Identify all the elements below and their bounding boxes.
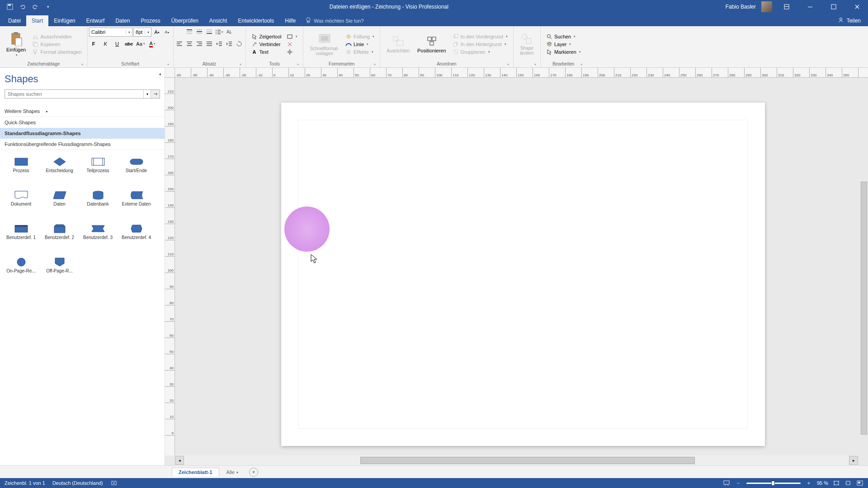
change-shape-button[interactable]: Shape ändern bbox=[517, 32, 537, 56]
zoom-slider[interactable] bbox=[746, 483, 801, 484]
tab-einfuegen[interactable]: Einfügen bbox=[48, 15, 80, 26]
tab-entwicklertools[interactable]: Entwicklertools bbox=[232, 15, 279, 26]
vscroll-thumb[interactable] bbox=[861, 182, 867, 435]
tell-me-box[interactable]: Was möchten Sie tun? bbox=[306, 17, 363, 26]
more-shapes-item[interactable]: Weitere Shapes▸ bbox=[0, 106, 165, 117]
shrink-font-icon[interactable]: A▾ bbox=[162, 28, 171, 37]
tab-hilfe[interactable]: Hilfe bbox=[279, 15, 301, 26]
quick-styles-button[interactable]: Schnellformat- vorlagen bbox=[307, 32, 341, 57]
shape-database[interactable]: Datenbank bbox=[79, 187, 117, 221]
canvas[interactable] bbox=[175, 78, 868, 455]
fit-page-icon[interactable] bbox=[833, 479, 840, 487]
font-color-button[interactable]: A▾ bbox=[148, 39, 157, 48]
position-button[interactable]: Positionieren bbox=[415, 34, 449, 54]
shape-decision[interactable]: Entscheidung bbox=[40, 154, 79, 187]
align-center-icon[interactable] bbox=[185, 39, 194, 48]
justify-icon[interactable] bbox=[205, 39, 214, 48]
zoom-slider-knob[interactable] bbox=[771, 481, 775, 486]
close-button[interactable] bbox=[848, 0, 866, 14]
group-button[interactable]: Gruppieren▾ bbox=[451, 48, 509, 56]
shape-subprocess[interactable]: Teilprozess bbox=[79, 154, 117, 187]
tab-ansicht[interactable]: Ansicht bbox=[204, 15, 232, 26]
shape-offpage-ref[interactable]: Off-Page-R... bbox=[40, 254, 79, 287]
strikethrough-button[interactable]: abc bbox=[124, 39, 133, 48]
cat-quick-shapes[interactable]: Quick-Shapes bbox=[0, 117, 165, 128]
page-tab-all[interactable]: Alle▴ bbox=[221, 468, 244, 476]
undo-icon[interactable] bbox=[18, 2, 27, 11]
align-bottom-icon[interactable] bbox=[205, 28, 214, 37]
effects-button[interactable]: Effekte▾ bbox=[344, 48, 376, 56]
tab-start[interactable]: Start bbox=[26, 15, 48, 26]
send-back-button[interactable]: In den Hintergrund▾ bbox=[451, 41, 509, 48]
indent-increase-icon[interactable] bbox=[225, 39, 234, 48]
user-avatar[interactable] bbox=[761, 1, 772, 12]
format-painter-button[interactable]: Format übertragen bbox=[30, 48, 83, 56]
shape-search-input[interactable] bbox=[5, 90, 143, 98]
hscroll-right-button[interactable]: ▸ bbox=[849, 456, 858, 465]
vertical-scrollbar[interactable] bbox=[861, 182, 867, 438]
tab-prozess[interactable]: Prozess bbox=[135, 15, 165, 26]
pointer-tool-button[interactable]: Zeigertool bbox=[250, 33, 283, 40]
connection-point-button[interactable] bbox=[285, 48, 299, 56]
horizontal-scrollbar[interactable]: ◂ ▸ bbox=[175, 455, 858, 465]
tab-entwurf[interactable]: Entwurf bbox=[81, 15, 110, 26]
search-go-icon[interactable] bbox=[151, 90, 160, 98]
share-button[interactable]: Teilen bbox=[847, 18, 861, 24]
fill-button[interactable]: Füllung▾ bbox=[344, 33, 376, 40]
tab-daten[interactable]: Daten bbox=[110, 15, 135, 26]
grow-font-icon[interactable]: A▴ bbox=[152, 28, 161, 37]
zoom-out-button[interactable]: − bbox=[735, 479, 742, 487]
shape-onpage-ref[interactable]: On-Page-Re... bbox=[2, 254, 40, 287]
font-family-combo[interactable]: ▾ bbox=[89, 28, 132, 37]
zoom-in-button[interactable]: + bbox=[805, 479, 812, 487]
maximize-button[interactable] bbox=[825, 0, 843, 14]
fit-width-icon[interactable] bbox=[844, 479, 852, 487]
bullets-icon[interactable]: ▾ bbox=[215, 28, 224, 37]
shape-process[interactable]: Prozess bbox=[2, 154, 40, 187]
shape-search[interactable]: ▾ bbox=[5, 89, 160, 99]
font-size-combo[interactable]: ▾ bbox=[133, 28, 151, 37]
shape-data[interactable]: Daten bbox=[40, 187, 79, 221]
shape-external-data[interactable]: Externe Daten bbox=[117, 187, 156, 221]
underline-button[interactable]: U bbox=[113, 39, 122, 48]
select-button[interactable]: Markieren▾ bbox=[544, 48, 583, 56]
case-button[interactable]: Aa▾ bbox=[136, 39, 145, 48]
align-button[interactable]: Ausrichten bbox=[384, 34, 413, 54]
bold-button[interactable]: F bbox=[89, 39, 98, 48]
drawing-page[interactable] bbox=[281, 103, 765, 446]
copy-button[interactable]: Kopieren bbox=[30, 41, 83, 48]
macro-record-icon[interactable] bbox=[110, 479, 118, 487]
ribbon-options-icon[interactable] bbox=[778, 0, 796, 14]
shape-start-end[interactable]: Start/Ende bbox=[117, 154, 156, 187]
cat-standard-flowchart[interactable]: Standardflussdiagramm-Shapes bbox=[0, 128, 165, 139]
search-filter-dropdown[interactable]: ▾ bbox=[143, 90, 151, 98]
bring-front-button[interactable]: In den Vordergrund▾ bbox=[451, 33, 509, 40]
pan-zoom-window-icon[interactable] bbox=[856, 479, 863, 487]
rotate-text-icon[interactable] bbox=[235, 39, 244, 48]
shape-custom3[interactable]: Benutzerdef. 3 bbox=[79, 221, 117, 254]
hscroll-thumb[interactable] bbox=[360, 457, 695, 464]
status-language[interactable]: Deutsch (Deutschland) bbox=[52, 480, 103, 486]
find-button[interactable]: Suchen▾ bbox=[544, 33, 583, 40]
ruler-horizontal[interactable]: -60-50-40-30-20-100102030405060708090100… bbox=[175, 68, 868, 78]
redo-icon[interactable] bbox=[31, 2, 40, 11]
sidebar-collapse-icon[interactable]: ◂ bbox=[159, 71, 165, 78]
cat-crossfunc-flowchart[interactable]: Funktionsübergreifende Flussdiagramm-Sha… bbox=[0, 139, 165, 150]
text-tool-button[interactable]: AText bbox=[250, 48, 283, 56]
presentation-mode-icon[interactable] bbox=[723, 479, 730, 487]
italic-button[interactable]: K bbox=[101, 39, 110, 48]
shape-custom2[interactable]: Benutzerdef. 2 bbox=[40, 221, 79, 254]
text-direction-icon[interactable]: A bbox=[225, 28, 234, 37]
cut-button[interactable]: Ausschneiden bbox=[30, 33, 83, 40]
page-tab-1[interactable]: Zeichenblatt-1 bbox=[172, 468, 219, 476]
hscroll-track[interactable] bbox=[184, 457, 849, 464]
connector-tool-button[interactable]: Verbinder bbox=[250, 41, 283, 48]
save-icon[interactable] bbox=[5, 2, 14, 11]
tab-datei[interactable]: Datei bbox=[3, 15, 26, 26]
align-middle-icon[interactable] bbox=[195, 28, 204, 37]
tab-ueberpruefen[interactable]: Überprüfen bbox=[166, 15, 204, 26]
ruler-vertical[interactable]: 2102001901801701601501401301201101009080… bbox=[165, 78, 175, 455]
add-page-button[interactable]: + bbox=[249, 468, 258, 477]
hscroll-left-button[interactable]: ◂ bbox=[175, 456, 184, 465]
line-button[interactable]: Linie▾ bbox=[344, 41, 376, 48]
